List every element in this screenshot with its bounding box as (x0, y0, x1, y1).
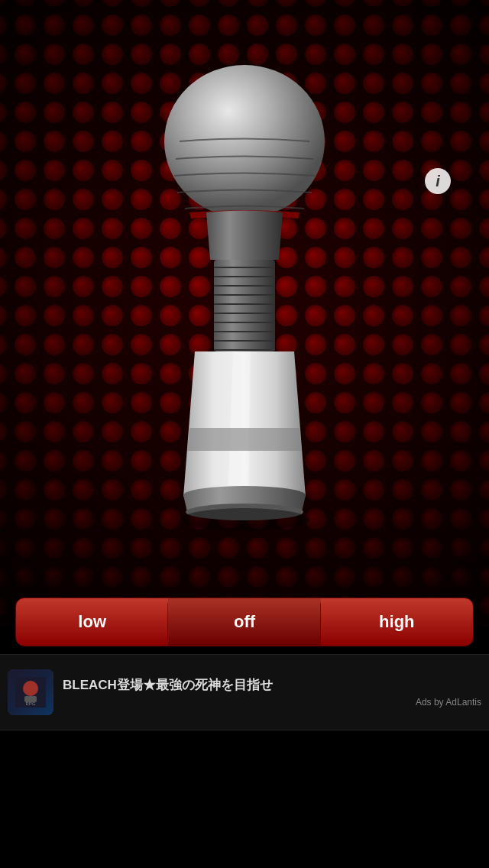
svg-point-14 (180, 508, 309, 531)
ad-thumbnail: RPG (8, 669, 53, 715)
device-display (138, 23, 351, 596)
ad-thumbnail-image: RPG (8, 669, 53, 715)
svg-rect-1 (214, 260, 275, 351)
control-bar: low off high (15, 598, 474, 646)
low-button[interactable]: low (16, 598, 168, 646)
ad-sub-text: Ads by AdLantis (63, 697, 481, 708)
off-button[interactable]: off (168, 598, 320, 646)
svg-point-16 (23, 681, 38, 696)
ad-text-container: BLEACH登場★最強の死神を目指せ Ads by AdLantis (63, 677, 481, 708)
info-icon: i (436, 173, 440, 190)
ad-main-text: BLEACH登場★最強の死神を目指せ (63, 677, 481, 694)
svg-text:RPG: RPG (25, 701, 35, 706)
bottom-area (0, 730, 489, 868)
ad-banner[interactable]: RPG BLEACH登場★最強の死神を目指せ Ads by AdLantis (0, 654, 489, 730)
info-button[interactable]: i (425, 168, 451, 194)
high-button[interactable]: high (321, 598, 473, 646)
device-svg (138, 23, 351, 596)
